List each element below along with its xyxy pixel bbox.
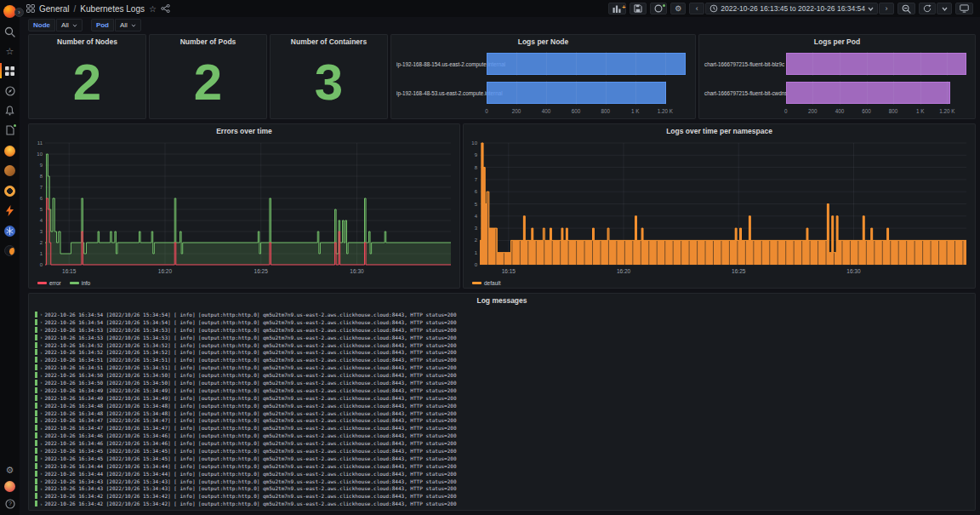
- panel-title[interactable]: Errors over time: [29, 124, 459, 138]
- panel-title[interactable]: Logs per Node: [391, 35, 695, 49]
- panel-title[interactable]: Logs per Pod: [699, 35, 975, 49]
- app-plugin-icon-3[interactable]: [0, 183, 20, 198]
- dashboard-settings-button[interactable]: ⚙: [670, 3, 686, 14]
- app-plugin-icon-1[interactable]: [0, 143, 20, 158]
- variable-node-value-dropdown[interactable]: All: [56, 19, 83, 31]
- app-plugin-icon-5[interactable]: [0, 223, 20, 238]
- app-plugin-icon-4[interactable]: [0, 203, 20, 218]
- time-range-picker-button[interactable]: 2022-10-26 16:13:45 to 2022-10-26 16:34:…: [705, 3, 878, 14]
- log-row[interactable]: ›2022-10-26 16:34:52 [2022/10/26 15:34:5…: [35, 341, 969, 349]
- log-row[interactable]: ›2022-10-26 16:34:47 [2022/10/26 15:34:4…: [35, 416, 969, 424]
- add-panel-button[interactable]: +: [608, 3, 626, 14]
- log-expand-caret-icon[interactable]: ›: [41, 501, 43, 506]
- docs-page-icon[interactable]: [0, 123, 20, 138]
- log-expand-caret-icon[interactable]: ›: [41, 319, 43, 324]
- log-expand-caret-icon[interactable]: ›: [41, 380, 43, 385]
- sidebar-expand-button[interactable]: ›: [14, 8, 24, 17]
- log-row[interactable]: ›2022-10-26 16:34:49 [2022/10/26 15:34:4…: [35, 386, 969, 394]
- x-axis-tick: 200: [808, 108, 818, 114]
- log-row[interactable]: ›2022-10-26 16:34:46 [2022/10/26 15:34:4…: [35, 432, 969, 439]
- refresh-interval-button[interactable]: [937, 3, 952, 14]
- log-expand-caret-icon[interactable]: ›: [41, 312, 43, 317]
- panel-title[interactable]: Logs over time per namespace: [464, 124, 975, 138]
- panel-title[interactable]: Log messages: [29, 294, 975, 307]
- x-axis-tick: 800: [889, 108, 898, 114]
- dashboard-insights-button[interactable]: [650, 3, 667, 14]
- log-expand-caret-icon[interactable]: ›: [41, 455, 43, 461]
- legend-swatch: [472, 282, 481, 284]
- search-icon[interactable]: [0, 24, 20, 39]
- log-expand-caret-icon[interactable]: ›: [41, 494, 43, 499]
- time-range-back-button[interactable]: ‹: [689, 3, 704, 14]
- log-expand-caret-icon[interactable]: ›: [41, 410, 43, 415]
- log-row[interactable]: ›2022-10-26 16:34:53 [2022/10/26 15:34:5…: [35, 334, 969, 341]
- user-avatar[interactable]: [0, 478, 20, 494]
- log-row[interactable]: ›2022-10-26 16:34:45 [2022/10/26 15:34:4…: [35, 455, 969, 462]
- log-row[interactable]: ›2022-10-26 16:34:45 [2022/10/26 15:34:4…: [35, 447, 969, 455]
- settings-gear-icon[interactable]: ⚙: [0, 462, 20, 478]
- log-expand-caret-icon[interactable]: ›: [41, 395, 43, 400]
- log-level-indicator: [35, 349, 37, 355]
- app-plugin-icon-6[interactable]: [0, 243, 20, 258]
- app-plugin-icon-2[interactable]: [0, 163, 20, 178]
- log-expand-caret-icon[interactable]: ›: [41, 403, 43, 408]
- share-icon[interactable]: [161, 4, 170, 13]
- variable-pod-value-dropdown[interactable]: All: [115, 19, 141, 31]
- log-expand-caret-icon[interactable]: ›: [41, 486, 43, 491]
- log-row[interactable]: ›2022-10-26 16:34:47 [2022/10/26 15:34:4…: [35, 424, 969, 432]
- explore-compass-icon[interactable]: [0, 83, 20, 99]
- time-series-svg: 0123456789101116:1516:2016:2516:30: [31, 138, 456, 276]
- log-row[interactable]: ›2022-10-26 16:34:48 [2022/10/26 15:34:4…: [35, 409, 969, 417]
- log-row[interactable]: ›2022-10-26 16:34:42 [2022/10/26 15:34:4…: [35, 492, 969, 500]
- refresh-button[interactable]: [919, 3, 936, 14]
- legend-item-info[interactable]: info: [70, 280, 90, 286]
- log-expand-caret-icon[interactable]: ›: [41, 350, 43, 355]
- time-range-forward-button[interactable]: ›: [879, 3, 894, 14]
- save-dashboard-button[interactable]: [630, 3, 647, 14]
- log-row[interactable]: ›2022-10-26 16:34:46 [2022/10/26 15:34:4…: [35, 439, 969, 447]
- log-row[interactable]: ›2022-10-26 16:34:52 [2022/10/26 15:34:5…: [35, 348, 969, 356]
- log-expand-caret-icon[interactable]: ›: [41, 433, 43, 438]
- log-expand-caret-icon[interactable]: ›: [41, 441, 43, 446]
- log-expand-caret-icon[interactable]: ›: [41, 373, 43, 378]
- dashboards-icon[interactable]: [0, 63, 20, 78]
- log-row[interactable]: ›2022-10-26 16:34:43 [2022/10/26 15:34:4…: [35, 484, 969, 492]
- log-row[interactable]: ›2022-10-26 16:34:51 [2022/10/26 15:34:5…: [35, 363, 969, 371]
- log-expand-caret-icon[interactable]: ›: [41, 478, 43, 484]
- log-expand-caret-icon[interactable]: ›: [41, 327, 43, 332]
- log-expand-caret-icon[interactable]: ›: [41, 387, 43, 392]
- log-expand-caret-icon[interactable]: ›: [41, 365, 43, 370]
- x-axis-tick: 600: [572, 108, 581, 114]
- help-icon[interactable]: ?: [0, 496, 20, 512]
- starred-icon[interactable]: ☆: [0, 43, 20, 59]
- log-expand-caret-icon[interactable]: ›: [41, 426, 43, 431]
- log-row[interactable]: ›2022-10-26 16:34:44 [2022/10/26 15:34:4…: [35, 470, 969, 478]
- log-expand-caret-icon[interactable]: ›: [41, 463, 43, 468]
- log-row[interactable]: ›2022-10-26 16:34:50 [2022/10/26 15:34:5…: [35, 379, 969, 386]
- alerting-bell-icon[interactable]: [0, 103, 20, 118]
- breadcrumb-section[interactable]: General: [39, 4, 70, 14]
- legend-item-error[interactable]: error: [37, 280, 61, 286]
- log-row[interactable]: ›2022-10-26 16:34:50 [2022/10/26 15:34:5…: [35, 371, 969, 379]
- zoom-out-time-button[interactable]: [897, 3, 915, 14]
- kiosk-mode-button[interactable]: [955, 3, 973, 14]
- favorite-star-icon[interactable]: ☆: [149, 4, 157, 14]
- legend-item-default[interactable]: default: [472, 280, 501, 286]
- log-row[interactable]: ›2022-10-26 16:34:42 [2022/10/26 15:34:4…: [35, 500, 969, 507]
- log-expand-caret-icon[interactable]: ›: [41, 342, 43, 347]
- log-row[interactable]: ›2022-10-26 16:34:54 [2022/10/26 15:34:5…: [35, 311, 969, 318]
- log-row[interactable]: ›2022-10-26 16:34:53 [2022/10/26 15:34:5…: [35, 326, 969, 334]
- log-expand-caret-icon[interactable]: ›: [41, 471, 43, 476]
- log-row[interactable]: ›2022-10-26 16:34:49 [2022/10/26 15:34:4…: [35, 394, 969, 402]
- log-expand-caret-icon[interactable]: ›: [41, 418, 43, 423]
- log-row[interactable]: ›2022-10-26 16:34:44 [2022/10/26 15:34:4…: [35, 462, 969, 470]
- log-expand-caret-icon[interactable]: ›: [41, 358, 43, 363]
- bar[interactable]: [786, 82, 950, 104]
- dashboard-toolbar: + ⚙ ‹ 2022-10-26 16:13:45 to 2022-10-26 …: [608, 3, 973, 14]
- log-row[interactable]: ›2022-10-26 16:34:48 [2022/10/26 15:34:4…: [35, 402, 969, 409]
- log-expand-caret-icon[interactable]: ›: [41, 448, 43, 453]
- log-row[interactable]: ›2022-10-26 16:34:54 [2022/10/26 15:34:5…: [35, 318, 969, 326]
- log-expand-caret-icon[interactable]: ›: [41, 335, 43, 340]
- log-row[interactable]: ›2022-10-26 16:34:43 [2022/10/26 15:34:4…: [35, 478, 969, 485]
- log-row[interactable]: ›2022-10-26 16:34:51 [2022/10/26 15:34:5…: [35, 356, 969, 363]
